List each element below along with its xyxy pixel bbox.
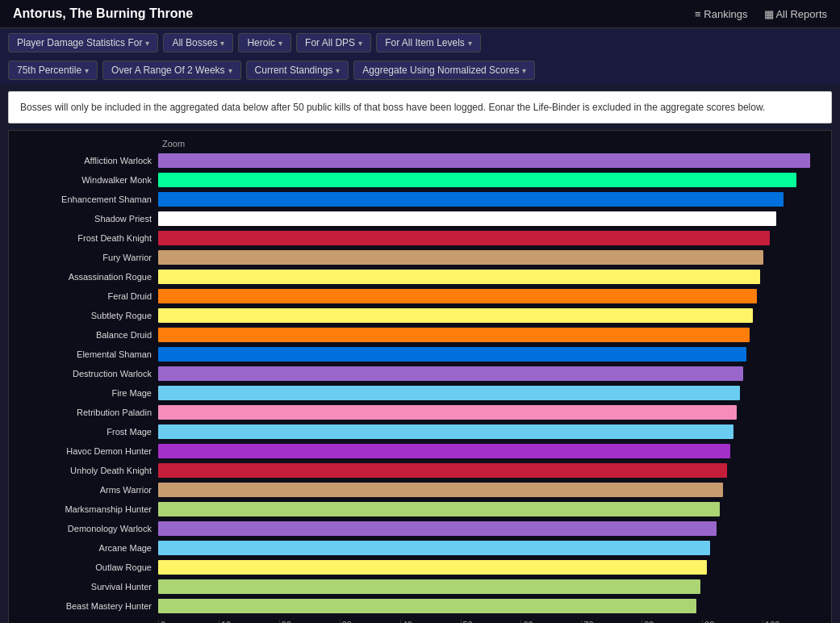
bar-row: Marksmanship Hunter [17, 500, 823, 518]
bar-label: Windwalker Monk [17, 175, 158, 185]
bar-row: Elemental Shaman [17, 345, 823, 363]
bar-track [158, 328, 823, 342]
dropdown-arrow-icon: ▾ [220, 39, 224, 48]
x-tick: 80 [641, 620, 702, 623]
bar-fill [158, 560, 707, 575]
bar-fill [158, 579, 700, 594]
bar-label: Fury Warrior [17, 253, 158, 262]
page-header: Antorus, The Burning Throne ≡ Rankings ▦… [0, 0, 840, 28]
bar-row: Arcane Mage [17, 539, 823, 557]
bar-label: Fire Mage [17, 388, 158, 398]
for-all-item-levels-dropdown[interactable]: For All Item Levels ▾ [376, 33, 481, 52]
x-tick: 90 [702, 620, 763, 623]
toolbar-row2: 75th Percentile ▾ Over A Range Of 2 Week… [0, 57, 840, 85]
bar-chart: Affliction WarlockWindwalker MonkEnhance… [17, 152, 823, 615]
percentile-dropdown[interactable]: 75th Percentile ▾ [8, 61, 98, 80]
bar-track [158, 153, 823, 168]
bar-row: Arms Warrior [17, 481, 823, 499]
x-tick: 70 [581, 620, 641, 623]
bar-label: Demonology Warlock [17, 524, 158, 533]
x-tick: 100 [763, 620, 823, 623]
bar-row: Feral Druid [17, 287, 823, 305]
x-tick: 40 [400, 620, 461, 623]
x-tick: 50 [461, 620, 521, 623]
toolbar-row1: Player Damage Statistics For ▾ All Bosse… [0, 28, 840, 57]
bar-label: Havoc Demon Hunter [17, 446, 158, 456]
bar-label: Beast Mastery Hunter [17, 601, 158, 611]
bar-row: Destruction Warlock [17, 365, 823, 383]
rankings-link[interactable]: ≡ Rankings [695, 8, 747, 20]
bar-fill [158, 405, 737, 420]
bar-track [158, 483, 823, 497]
bar-label: Arms Warrior [17, 485, 158, 495]
bar-row: Fire Mage [17, 384, 823, 402]
bar-fill [158, 541, 710, 555]
dropdown-arrow-icon: ▾ [468, 39, 472, 48]
bar-track [158, 270, 823, 284]
bar-track [158, 250, 823, 265]
bar-fill [158, 386, 740, 400]
bar-label: Feral Druid [17, 291, 158, 301]
x-tick: 0 [158, 620, 219, 623]
bar-label: Marksmanship Hunter [17, 504, 158, 514]
bar-track [158, 463, 823, 478]
bar-fill [158, 444, 730, 458]
bar-row: Subtlety Rogue [17, 307, 823, 324]
bar-fill [158, 308, 753, 323]
bar-fill [158, 521, 717, 536]
bar-fill [158, 424, 733, 439]
bar-track [158, 541, 823, 555]
bar-label: Elemental Shaman [17, 349, 158, 359]
bar-label: Frost Mage [17, 427, 158, 437]
bar-label: Affliction Warlock [17, 156, 158, 165]
notice-box: Bosses will only be included in the aggr… [8, 91, 832, 123]
standings-dropdown[interactable]: Current Standings ▾ [246, 61, 349, 80]
bar-row: Windwalker Monk [17, 171, 823, 189]
bar-track [158, 502, 823, 516]
dropdown-arrow-icon: ▾ [278, 39, 282, 48]
x-tick: 20 [279, 620, 340, 623]
range-dropdown[interactable]: Over A Range Of 2 Weeks ▾ [102, 61, 241, 80]
bar-fill [158, 483, 723, 497]
x-tick: 60 [520, 620, 581, 623]
player-damage-dropdown[interactable]: Player Damage Statistics For ▾ [8, 33, 158, 52]
bar-track [158, 192, 823, 207]
all-reports-link[interactable]: ▦ All Reports [764, 8, 827, 20]
bar-track [158, 521, 823, 536]
bar-fill [158, 231, 770, 245]
dropdown-arrow-icon: ▾ [228, 66, 232, 75]
bar-row: Outlaw Rogue [17, 558, 823, 576]
bar-fill [158, 599, 696, 613]
for-all-dps-dropdown[interactable]: For All DPS ▾ [296, 33, 371, 52]
bar-row: Fury Warrior [17, 249, 823, 266]
all-bosses-dropdown[interactable]: All Bosses ▾ [163, 33, 233, 52]
bar-fill [158, 289, 757, 303]
bar-fill [158, 366, 743, 381]
bar-fill [158, 463, 727, 478]
bar-fill [158, 250, 763, 265]
bar-track [158, 366, 823, 381]
bar-label: Assassination Rogue [17, 272, 158, 282]
bar-fill [158, 328, 750, 342]
dropdown-arrow-icon: ▾ [85, 66, 89, 75]
dropdown-arrow-icon: ▾ [145, 39, 149, 48]
bar-track [158, 289, 823, 303]
page-title: Antorus, The Burning Throne [13, 6, 193, 21]
bar-track [158, 579, 823, 594]
bar-row: Affliction Warlock [17, 152, 823, 169]
bar-label: Destruction Warlock [17, 369, 158, 378]
bar-row: Frost Death Knight [17, 229, 823, 247]
bar-fill [158, 502, 720, 516]
dropdown-arrow-icon: ▾ [522, 66, 526, 75]
bar-track [158, 347, 823, 362]
dropdown-arrow-icon: ▾ [358, 39, 362, 48]
bar-fill [158, 153, 810, 168]
bar-fill [158, 347, 746, 362]
aggregate-dropdown[interactable]: Aggregate Using Normalized Scores ▾ [353, 61, 535, 80]
all-reports-icon: ▦ [764, 8, 774, 20]
heroic-dropdown[interactable]: Heroic ▾ [238, 33, 291, 52]
bar-label: Frost Death Knight [17, 233, 158, 243]
bar-fill [158, 211, 776, 226]
bar-fill [158, 270, 760, 284]
x-tick: 30 [340, 620, 400, 623]
